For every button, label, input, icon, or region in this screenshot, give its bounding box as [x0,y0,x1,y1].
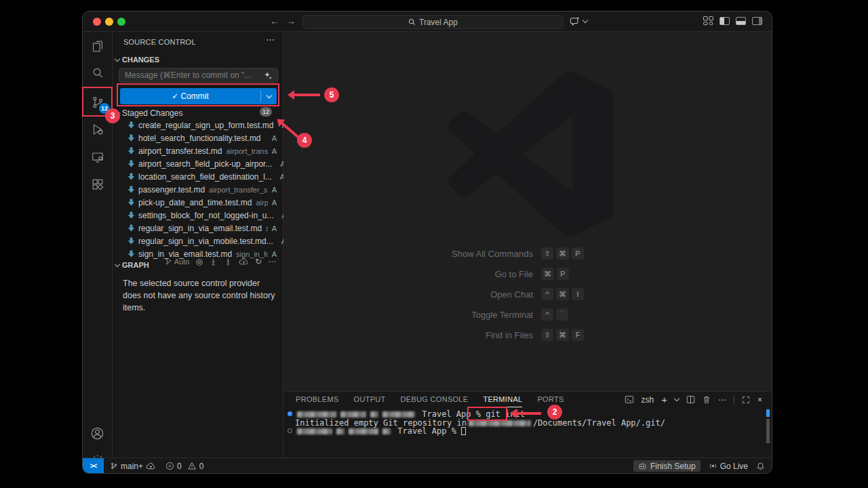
markdown-file-icon [127,199,135,206]
terminal-output[interactable]: Travel App % git init Initialized empty … [283,410,765,436]
panel-more-icon[interactable]: ⋯ [718,395,726,405]
run-debug-icon[interactable] [83,116,112,143]
file-name: airport_transfer.test.md [138,146,222,156]
bottom-panel: PROBLEMS OUTPUT DEBUG CONSOLE TERMINAL P… [283,391,772,458]
activity-bar: 12 [83,32,113,458]
markdown-file-icon [127,211,135,219]
shortcut-label: Go to File [385,269,533,279]
graph-auto-toggle[interactable]: Auto [165,258,190,266]
copilot-menu[interactable] [570,16,587,26]
new-terminal-icon[interactable]: + [661,394,667,405]
graph-section-header[interactable]: GRAPH [115,261,149,269]
welcome-shortcuts: Show All Commands ⇧⌘P Go to File ⌘P Open… [283,243,772,345]
markdown-file-icon [127,250,135,258]
prompt-text: Travel App % [397,426,456,436]
graph-auto-label: Auto [174,258,190,266]
remote-indicator[interactable]: >< [83,458,104,474]
staged-file-row[interactable]: passenger.test.md airport_transfer_s... … [113,183,283,196]
staged-file-row[interactable]: airport_transfer.test.md airport_trans..… [113,144,283,157]
refresh-icon[interactable]: ↻ [255,257,262,266]
pull-icon[interactable] [224,258,233,266]
graph-commit-icon[interactable]: ◎ [195,257,202,266]
toggle-primary-sidebar-icon[interactable] [719,17,730,25]
panel-tab[interactable]: PORTS [537,392,564,407]
file-name: settings_block_for_not_logged-in_u... [138,211,273,220]
file-path: airport_trans... [226,147,267,155]
shortcut-keys: ⌘P [541,268,569,280]
staged-file-row[interactable]: pick-up_date_and_time.test.md airp... A [113,196,283,209]
finish-setup-button[interactable]: Finish Setup [633,460,701,472]
markdown-file-icon [127,134,135,142]
kill-terminal-trash-icon[interactable] [703,395,711,404]
explorer-icon[interactable] [83,33,112,60]
source-control-icon[interactable]: 12 [83,89,112,116]
sidebar-title: SOURCE CONTROL [123,38,196,46]
panel-tab[interactable]: TERMINAL [483,392,522,407]
staged-file-list: create_regular_sign_up_form.test.md A ho… [113,119,283,260]
changes-section-header[interactable]: CHANGES [115,56,159,64]
go-live-button[interactable]: Go Live [709,462,748,471]
branch-icon [110,462,118,470]
file-name: location_search_field_destination_l... [138,172,272,182]
staged-file-row[interactable]: location_search_field_destination_l... A [113,170,283,183]
shortcut-label: Open Chat [385,289,533,300]
search-view-icon[interactable] [83,60,112,87]
markdown-file-icon [127,121,135,129]
terminal-scrollbar-thumb[interactable] [766,419,770,443]
close-traffic-light[interactable] [93,18,101,26]
navigate-back-icon[interactable]: ← [270,16,279,26]
toggle-panel-icon[interactable] [736,17,746,25]
extensions-icon[interactable] [83,171,112,198]
shell-label: zsh [642,395,654,405]
staged-file-row[interactable]: airport_search_field_pick-up_airpor... A [113,157,283,170]
panel-tab[interactable]: DEBUG CONSOLE [401,392,469,407]
shortcut-label: Toggle Terminal [385,310,533,320]
close-panel-icon[interactable]: × [757,395,762,405]
terminal-scrollbar-indicator[interactable] [766,409,770,417]
maximize-panel-icon[interactable] [742,396,750,404]
commit-button[interactable]: ✓ Commit [120,88,277,104]
graph-more-icon[interactable]: ⋯ [268,257,276,266]
maximize-traffic-light[interactable] [117,18,125,26]
toggle-secondary-sidebar-icon[interactable] [752,17,762,25]
account-icon[interactable] [83,420,112,447]
staged-file-row[interactable]: create_regular_sign_up_form.test.md A [113,119,283,131]
panel-tab[interactable]: OUTPUT [354,392,386,407]
staged-file-row[interactable]: regular_sign_in_via_email.test.md si... … [113,222,283,235]
notifications-bell-icon[interactable] [756,462,765,471]
commit-message-input[interactable] [119,68,278,83]
git-status-added: A [268,199,277,207]
file-path: airp... [256,199,267,207]
command-center-search[interactable]: Travel App [302,15,564,29]
cloud-icon[interactable] [239,258,249,266]
staged-file-row[interactable]: hotel_search_functionality.test.md A [113,131,283,144]
problems-status-item[interactable]: 0 0 [165,462,203,471]
staged-file-row[interactable]: settings_block_for_not_logged-in_u... A [113,209,283,222]
shortcut-keys: ⇧⌘F [541,329,584,341]
staged-file-row[interactable]: regular_sign_in_via_mobile.test.md... A [113,235,283,247]
setup-icon [638,462,647,470]
file-name: airport_search_field_pick-up_airpor... [138,159,272,169]
navigate-forward-icon[interactable]: → [286,16,296,26]
file-name: hotel_search_functionality.test.md [138,134,261,143]
panel-actions: zsh + ⋯ × [625,392,762,407]
staged-changes-header[interactable]: Staged Changes [115,108,182,118]
branch-status-item[interactable]: main+ [110,462,156,471]
terminal-dropdown-icon[interactable] [674,396,679,401]
search-icon [408,18,416,26]
remote-explorer-icon[interactable] [83,144,112,171]
git-output-path: /Documents/Travel App/.git/ [533,418,665,428]
customize-layout-icon[interactable] [703,16,713,25]
git-status-added: A [276,160,283,168]
split-terminal-icon[interactable] [686,395,695,404]
chevron-down-icon [583,18,588,23]
chevron-down-icon [115,261,120,266]
fetch-icon[interactable] [209,258,218,266]
divider [734,396,734,404]
panel-tab[interactable]: PROBLEMS [296,392,339,407]
more-actions-icon[interactable]: ⋯ [266,35,275,45]
copilot-chat-icon [570,16,580,26]
commit-dropdown[interactable] [261,96,277,98]
generate-commit-message-icon[interactable] [264,71,273,80]
minimize-traffic-light[interactable] [105,18,113,26]
